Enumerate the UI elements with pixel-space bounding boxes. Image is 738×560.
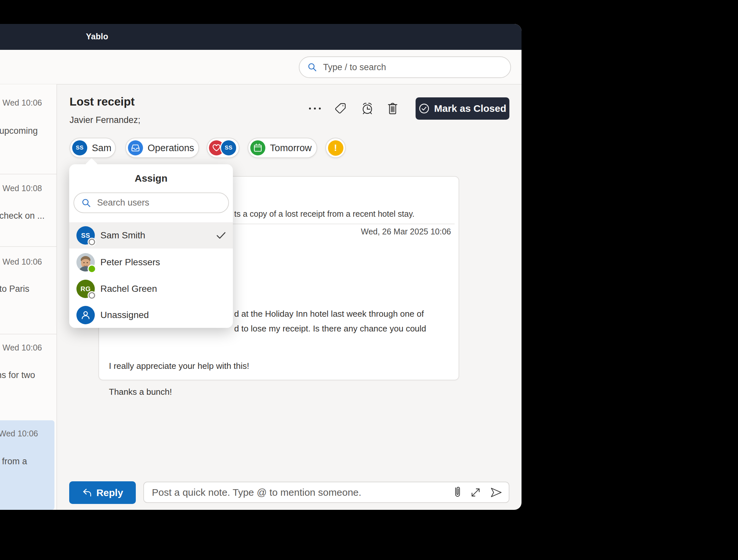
message-body-line: d to lose my receipt. Is there any chanc…: [234, 324, 426, 334]
assignee-pill-label: Sam: [92, 143, 111, 153]
send-icon: [490, 487, 503, 498]
snooze-button[interactable]: [358, 99, 377, 118]
assign-popover-title: Assign: [69, 173, 233, 184]
mark-as-closed-label: Mark as Closed: [434, 103, 506, 114]
item-time: Wed 10:06: [3, 98, 42, 107]
assign-search-input[interactable]: [96, 197, 209, 208]
message-date: Wed, 26 Mar 2025 10:06: [361, 227, 451, 236]
thread-participants: Javier Fernandez;: [69, 115, 140, 125]
user-row-peter-plessers[interactable]: Peter Plessers: [69, 249, 233, 275]
user-name: Rachel Green: [100, 284, 157, 294]
mailbox-pill[interactable]: Operations: [125, 138, 199, 158]
inbox-icon: [128, 140, 143, 155]
quick-note-input[interactable]: [151, 487, 453, 498]
global-search[interactable]: [299, 56, 511, 78]
more-icon: [308, 106, 321, 110]
message-snippet: ts a copy of a lost receipt from a recen…: [234, 209, 415, 219]
trash-icon: [386, 102, 399, 115]
list-item-selected[interactable]: Wed 10:06 from a: [0, 420, 54, 510]
presence-offline-badge: [88, 239, 95, 245]
reply-arrow-icon: [82, 488, 92, 498]
item-time: Wed 10:06: [0, 429, 38, 438]
assignee-pill[interactable]: SS Sam: [69, 138, 116, 158]
item-time: Wed 10:06: [3, 343, 42, 353]
app-title: Yablo: [86, 32, 108, 41]
search-icon: [307, 62, 317, 72]
user-name: Sam Smith: [100, 230, 145, 241]
user-row-sam-smith[interactable]: SS Sam Smith: [69, 222, 233, 248]
message-body-line: I really appreciate your help with this!: [109, 361, 249, 371]
titlebar: Yablo: [0, 24, 521, 50]
search-icon: [81, 198, 91, 208]
assign-popover: Assign SS Sam Smith: [69, 164, 233, 328]
due-date-pill[interactable]: Tomorrow: [248, 138, 317, 158]
tag-button[interactable]: [331, 99, 350, 118]
conversation-list: Wed 10:06 upcoming Wed 10:08 check on ..…: [0, 84, 57, 510]
reply-button[interactable]: Reply: [69, 481, 136, 504]
paperclip-icon: [453, 486, 461, 499]
send-button[interactable]: [490, 487, 503, 498]
search-input[interactable]: [322, 62, 494, 73]
mark-as-closed-button[interactable]: Mark as Closed: [416, 97, 509, 120]
calendar-icon: [250, 140, 265, 155]
user-row-unassigned[interactable]: Unassigned: [69, 302, 233, 328]
priority-pill[interactable]: !: [325, 138, 346, 158]
quick-note-field[interactable]: [143, 482, 509, 503]
expand-diagonal-icon: [470, 487, 481, 498]
presence-offline-badge: [88, 292, 95, 299]
follower-avatar: SS: [220, 139, 237, 156]
item-time: Wed 10:08: [3, 183, 42, 193]
delete-button[interactable]: [383, 99, 402, 118]
reply-button-label: Reply: [96, 487, 123, 498]
person-icon: [76, 306, 95, 324]
attach-button[interactable]: [453, 486, 461, 499]
message-body-line: d at the Holiday Inn hotel last week thr…: [234, 309, 424, 319]
tag-icon: [334, 102, 347, 115]
user-row-rachel-green[interactable]: RG Rachel Green: [69, 276, 233, 302]
item-snippet: to Paris: [0, 284, 29, 294]
alarm-clock-icon: [360, 101, 375, 116]
app-window: Yablo Wed 10:06 upcoming Wed 10:08 check…: [0, 24, 521, 510]
message-body-line: Thanks a bunch!: [109, 387, 172, 397]
check-circle-icon: [418, 103, 430, 114]
assign-search[interactable]: [73, 192, 229, 213]
followers-pill[interactable]: SS: [207, 138, 240, 158]
mailbox-pill-label: Operations: [147, 143, 194, 153]
warning-icon: !: [328, 140, 343, 156]
item-snippet: ns for two: [0, 370, 35, 380]
more-button[interactable]: [306, 99, 324, 118]
expand-button[interactable]: [470, 487, 481, 498]
divider: [0, 246, 56, 247]
divider: [0, 174, 56, 174]
thread-title: Lost receipt: [69, 95, 134, 108]
divider: [0, 334, 56, 335]
item-snippet: from a: [2, 456, 27, 467]
item-time: Wed 10:06: [3, 257, 42, 266]
assignee-avatar: SS: [72, 140, 87, 155]
item-snippet: upcoming: [0, 126, 38, 136]
due-date-pill-label: Tomorrow: [270, 143, 312, 153]
popover-arrow: [85, 158, 98, 171]
item-snippet: check on ...: [0, 211, 45, 221]
user-name: Peter Plessers: [100, 257, 160, 267]
user-name: Unassigned: [100, 310, 149, 320]
screen: { "window": { "app_title": "Yablo" }, "s…: [0, 0, 738, 560]
presence-online-badge: [88, 265, 95, 272]
selected-check-icon: [216, 231, 226, 239]
search-header: [0, 50, 521, 85]
